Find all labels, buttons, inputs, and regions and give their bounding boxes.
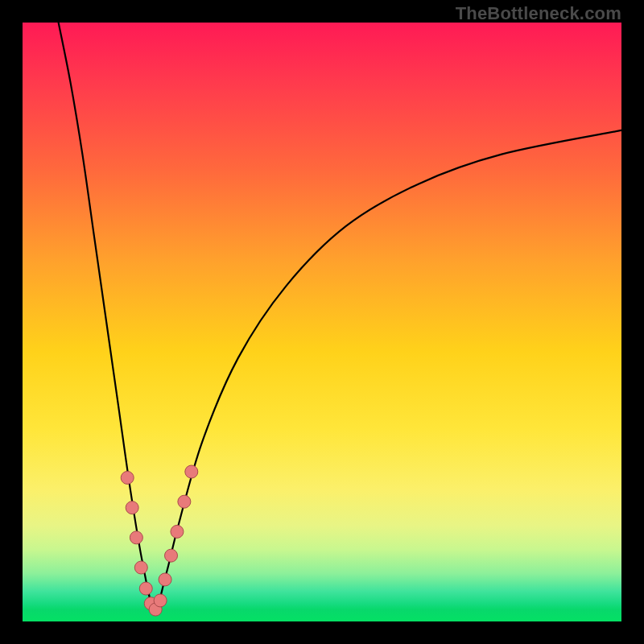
outer-frame: TheBottleneck.com: [0, 0, 644, 644]
data-marker: [159, 573, 171, 586]
data-marker: [165, 549, 178, 562]
marker-group: [121, 465, 198, 616]
bottleneck-curve: [59, 23, 621, 609]
watermark-text: TheBottleneck.com: [456, 3, 621, 24]
data-marker: [121, 471, 134, 484]
data-marker: [154, 594, 167, 607]
data-marker: [126, 502, 138, 514]
data-marker: [134, 561, 147, 574]
data-marker: [178, 495, 191, 508]
plot-area: [23, 23, 621, 621]
data-marker: [171, 525, 184, 538]
curve-group: [59, 23, 621, 609]
data-marker: [139, 582, 152, 595]
bottleneck-curve-svg: [23, 23, 621, 621]
data-marker: [130, 531, 142, 544]
data-marker: [185, 465, 198, 478]
